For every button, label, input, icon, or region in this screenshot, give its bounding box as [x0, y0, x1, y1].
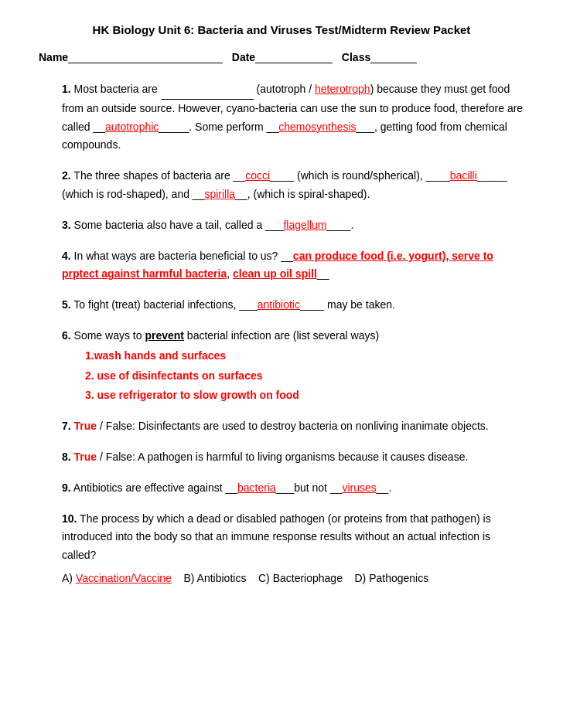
q1-autotrophic: autotrophic: [105, 121, 159, 133]
q6-number: 6.: [62, 329, 71, 342]
q6-text: Some ways to prevent bacterial infection…: [74, 329, 380, 342]
q2-bacilli: bacilli: [450, 169, 477, 182]
page-title: HK Biology Unit 6: Bacteria and Viruses …: [39, 23, 524, 36]
q4-answer2: clean up oil spill: [233, 267, 317, 280]
q10-choices: A) Vaccination/Vaccine B) Antibiotics C)…: [62, 570, 524, 588]
q5-text: To fight (treat) bacterial infections, _…: [73, 298, 395, 311]
q5-antibiotic: antibiotic: [258, 298, 300, 311]
class-line: [370, 50, 417, 63]
q10-choice-b-label: B): [183, 572, 196, 584]
question-9: 9. Antibiotics are effective against __b…: [62, 479, 524, 498]
q8-number: 8.: [62, 451, 71, 463]
q8-true: True: [74, 451, 97, 463]
class-label: Class: [342, 51, 370, 63]
q1-text: Most bacteria are (autotroph / heterotro…: [62, 83, 523, 151]
name-line: [68, 50, 223, 63]
q10-number: 10.: [62, 512, 77, 525]
q1-chemosynthesis: chemosynthesis: [278, 121, 356, 133]
question-3: 3. Some bacteria also have a tail, calle…: [62, 216, 524, 235]
q7-number: 7.: [62, 420, 71, 432]
q1-number: 1.: [62, 83, 71, 95]
q6-list-item-1: 1.wash hands and surfaces: [85, 347, 524, 366]
q9-viruses: viruses: [342, 481, 376, 494]
date-line: [255, 50, 333, 63]
date-label: Date: [232, 51, 255, 63]
q10-text: The process by which a dead or disabled …: [62, 512, 491, 562]
q3-text: Some bacteria also have a tail, called a…: [74, 219, 354, 231]
question-2: 2. The three shapes of bacteria are __co…: [62, 167, 524, 204]
question-5: 5. To fight (treat) bacterial infections…: [62, 296, 524, 315]
header-row: Name Date Class: [39, 50, 524, 63]
q9-text: Antibiotics are effective against __bact…: [73, 481, 391, 494]
q10-choice-a-label: A): [62, 572, 76, 584]
q9-number: 9.: [62, 481, 71, 494]
q6-list: 1.wash hands and surfaces 2. use of disi…: [85, 347, 524, 405]
q1-heterotroph: heterotroph: [315, 83, 370, 95]
q5-number: 5.: [62, 298, 71, 311]
q6-list-item-2: 2. use of disinfectants on surfaces: [85, 367, 524, 386]
q9-bacteria: bacteria: [237, 481, 276, 494]
q10-choice-d-label: D): [354, 572, 369, 584]
name-label: Name: [39, 51, 68, 63]
q10-choice-c-label: C): [258, 572, 273, 584]
q2-text: The three shapes of bacteria are __cocci…: [62, 169, 507, 200]
q7-true: True: [74, 420, 97, 432]
question-4: 4. In what ways are bacteria beneficial …: [62, 247, 524, 284]
q2-cocci: cocci: [245, 169, 270, 182]
question-10: 10. The process by which a dead or disab…: [62, 510, 524, 588]
q7-text: True / False: Disinfectants are used to …: [74, 420, 489, 432]
question-7: 7. True / False: Disinfectants are used …: [62, 417, 524, 436]
q6-prevent: prevent: [145, 329, 184, 342]
q8-text: True / False: A pathogen is harmful to l…: [74, 451, 469, 463]
q2-number: 2.: [62, 169, 71, 182]
q10-choice-c: Bacteriophage: [273, 572, 343, 584]
q3-number: 3.: [62, 219, 71, 231]
q10-choice-a: Vaccination/Vaccine: [76, 572, 172, 584]
questions-container: 1. Most bacteria are (autotroph / hetero…: [39, 80, 524, 588]
question-1: 1. Most bacteria are (autotroph / hetero…: [62, 80, 524, 155]
q6-list-item-3: 3. use refrigerator to slow growth on fo…: [85, 386, 524, 405]
question-6: 6. Some ways to prevent bacterial infect…: [62, 327, 524, 405]
q10-choice-b: Antibiotics: [197, 572, 247, 584]
q3-flagellum: flagellum: [283, 219, 326, 231]
q10-choice-d: Pathogenics: [369, 572, 428, 584]
question-8: 8. True / False: A pathogen is harmful t…: [62, 448, 524, 467]
q2-spirilla: spirilla: [204, 188, 235, 200]
q4-text: In what ways are bacteria beneficial to …: [62, 250, 493, 281]
q4-number: 4.: [62, 250, 71, 262]
